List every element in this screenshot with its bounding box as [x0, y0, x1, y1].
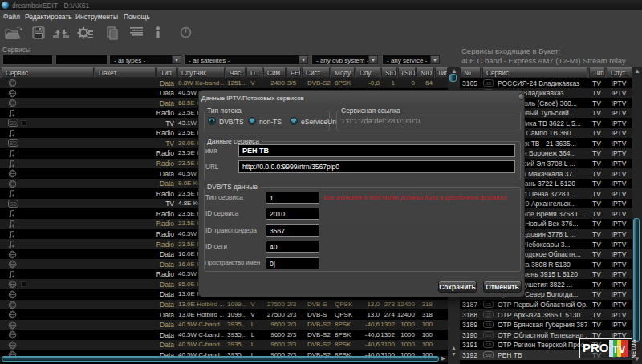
- svg-text:SD: SD: [485, 302, 492, 307]
- svg-text:SD: SD: [485, 333, 492, 338]
- svg-text:SD: SD: [10, 140, 17, 146]
- svg-text:TV: TV: [612, 343, 626, 355]
- svg-text:SD: SD: [485, 322, 492, 327]
- svg-text:SD: SD: [485, 342, 492, 347]
- svg-text:SD: SD: [485, 81, 492, 86]
- svg-text:SD: SD: [485, 353, 492, 358]
- svg-text:SD: SD: [10, 120, 17, 126]
- svg-text:SD: SD: [485, 313, 492, 317]
- svg-text:SD: SD: [10, 200, 17, 206]
